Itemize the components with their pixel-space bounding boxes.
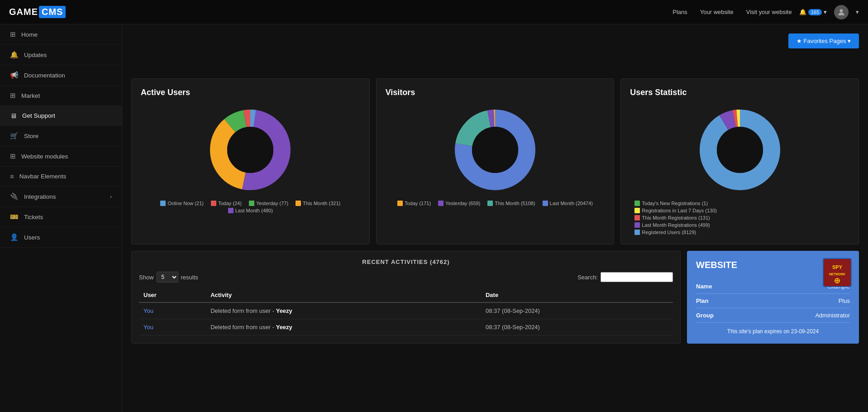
tickets-icon: 🎫 [10,213,19,221]
sidebar-item-getsupport-label: Get Support [22,112,55,119]
activity-cell: Deleted form from user - Yeezy [206,319,481,335]
legend-color [634,222,640,228]
legend-label: Today (171) [405,201,431,206]
bottom-row: RECENT ACTIVITIES (4762) Show 5 10 25 50… [131,251,859,344]
topnav-right: Plans Your website Visit your website 🔔 … [672,5,859,19]
visit-website-link[interactable]: Visit your website [746,9,792,15]
topnav: GAMECMS Plans Your website Visit your we… [0,0,868,24]
notification-dropdown-arrow: ▾ [824,9,827,15]
search-label: Search: [577,274,598,281]
logo: GAMECMS [9,6,66,18]
avatar-dropdown-arrow[interactable]: ▾ [856,9,859,15]
plans-link[interactable]: Plans [672,9,687,15]
results-label: results [181,274,198,281]
logo-cms: CMS [39,6,66,18]
legend-item: Online Now (21) [160,201,203,206]
legend-label: This Month (321) [303,201,340,206]
legend-color [296,201,301,206]
user-link[interactable]: You [143,324,153,331]
users-statistic-donut [630,105,849,195]
sidebar-item-modules[interactable]: ⊞ Website modules [0,146,122,167]
notification-badge: 165 [808,9,822,15]
legend-item: Today (171) [397,201,431,206]
bell-icon: 🔔 [799,9,806,15]
sidebar-item-navbar[interactable]: ≡ Navbar Elements [0,167,122,187]
legend-color [249,201,254,206]
legend-label: Last Month (480) [235,208,273,213]
visitors-legend: Today (171) Yesterday (659) This Month (… [386,201,605,206]
legend-item: Last Month Registrations (499) [634,222,710,228]
recent-activities-title: RECENT ACTIVITIES (4762) [139,259,673,265]
sidebar-item-tickets[interactable]: 🎫 Tickets [0,207,122,227]
legend-color [634,201,640,206]
sidebar-item-updates[interactable]: 🔔 Updates [0,45,122,65]
sidebar-item-market-label: Market [21,92,40,99]
svg-point-0 [840,9,843,12]
legend-item: This Month Registrations (131) [634,215,710,220]
user-link[interactable]: You [143,307,153,314]
group-value: Administrator [815,312,850,319]
main-content: ★ Favorites Pages ▾ Active Users [122,24,868,412]
charts-row: Active Users [131,78,859,244]
website-logo: SPY NETWORK [823,258,852,287]
legend-label: Today (24) [218,201,242,206]
search-input[interactable] [601,272,673,282]
sidebar-item-store[interactable]: 🛒 Store [0,126,122,146]
plan-label: Plan [696,297,708,304]
sidebar-item-market[interactable]: ⊞ Market [0,86,122,106]
updates-icon: 🔔 [10,51,19,59]
date-cell: 08:37 (08-Sep-2024) [481,302,673,319]
legend-item: Yesterday (659) [438,201,480,206]
toolbar-row: ★ Favorites Pages ▾ [131,34,859,56]
legend-label: This Month (5108) [495,201,535,206]
your-website-link[interactable]: Your website [700,9,734,15]
legend-label: Online Now (21) [167,201,203,206]
sidebar: ⊞ Home 🔔 Updates 📢 Documentation ⊞ Marke… [0,24,122,412]
group-label: Group [696,312,714,319]
sidebar-item-tickets-label: Tickets [24,214,43,220]
home-icon: ⊞ [10,30,16,38]
sidebar-item-updates-label: Updates [24,52,47,58]
legend-label: Today's New Registrations (1) [642,201,708,206]
users-statistic-title: Users Statistic [630,88,849,97]
sidebar-item-documentation[interactable]: 📢 Documentation [0,65,122,86]
sidebar-item-store-label: Store [24,133,38,139]
legend-color [397,201,403,206]
notification-button[interactable]: 🔔 165 ▾ [799,9,827,15]
legend-label: Yesterday (659) [445,201,480,206]
sidebar-item-users-label: Users [24,234,40,241]
active-users-title: Active Users [141,88,360,97]
sidebar-item-modules-label: Website modules [21,153,68,160]
name-label: Name [696,283,712,290]
favorites-pages-button[interactable]: ★ Favorites Pages ▾ [788,34,859,48]
sidebar-item-getsupport[interactable]: 🖥 Get Support [0,106,122,126]
sidebar-item-integrations-label: Integrations [24,193,56,200]
legend-item: Today's New Registrations (1) [634,201,708,206]
visitors-card: Visitors T [376,78,615,244]
activity-cell: Deleted form from user - Yeezy [206,302,481,319]
col-date: Date [481,288,673,302]
documentation-icon: 📢 [10,71,19,79]
legend-color [487,201,493,206]
sidebar-item-home[interactable]: ⊞ Home [0,24,122,45]
topnav-links: Plans Your website Visit your website [672,9,792,15]
legend-item: Yesterday (77) [249,201,288,206]
integrations-arrow: › [110,194,112,199]
show-select[interactable]: 5 10 25 50 [157,272,178,283]
sidebar-item-integrations[interactable]: 🔌 Integrations › [0,187,122,207]
legend-color [211,201,216,206]
website-card: WEBSITE SPY NETWORK Name example [687,251,859,344]
col-activity: Activity [206,288,481,302]
legend-item: Today (24) [211,201,242,206]
getsupport-icon: 🖥 [10,112,17,120]
legend-color [438,201,444,206]
recent-activities-card: RECENT ACTIVITIES (4762) Show 5 10 25 50… [131,251,681,344]
legend-label: Registrations in Last 7 Days (130) [642,208,717,213]
svg-text:NETWORK: NETWORK [829,273,845,276]
visitors-title: Visitors [386,88,605,97]
website-plan-row: Plan Plus [696,294,850,308]
avatar[interactable] [834,5,849,19]
legend-item: This Month (5108) [487,201,535,206]
svg-point-7 [227,127,273,173]
sidebar-item-users[interactable]: 👤 Users [0,227,122,248]
